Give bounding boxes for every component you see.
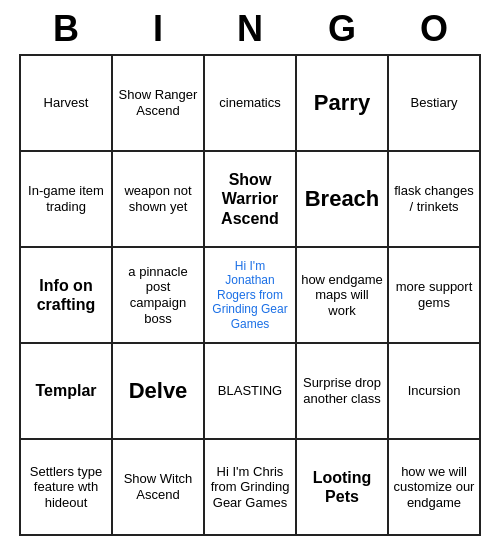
cell-2: cinematics: [205, 56, 297, 152]
cell-1: Show Ranger Ascend: [113, 56, 205, 152]
cell-5: In-game item trading: [21, 152, 113, 248]
cell-4: Bestiary: [389, 56, 481, 152]
cell-16: Delve: [113, 344, 205, 440]
cell-17: BLASTING: [205, 344, 297, 440]
letter-n: N: [204, 8, 296, 50]
letter-i: I: [112, 8, 204, 50]
cell-18: Surprise drop another class: [297, 344, 389, 440]
cell-15: Templar: [21, 344, 113, 440]
letter-g: G: [296, 8, 388, 50]
cell-21: Show Witch Ascend: [113, 440, 205, 536]
cell-0: Harvest: [21, 56, 113, 152]
cell-24: how we will customize our endgame: [389, 440, 481, 536]
cell-11: a pinnacle post campaign boss: [113, 248, 205, 344]
cell-19: Incursion: [389, 344, 481, 440]
cell-23: Looting Pets: [297, 440, 389, 536]
cell-13: how endgame maps will work: [297, 248, 389, 344]
cell-20: Settlers type feature wth hideout: [21, 440, 113, 536]
cell-3: Parry: [297, 56, 389, 152]
letter-b: B: [20, 8, 112, 50]
cell-7: Show Warrior Ascend: [205, 152, 297, 248]
cell-12: Hi I'm Jonathan Rogers from Grinding Gea…: [205, 248, 297, 344]
bingo-title: B I N G O: [20, 0, 480, 54]
cell-9: flask changes / trinkets: [389, 152, 481, 248]
cell-14: more support gems: [389, 248, 481, 344]
cell-6: weapon not shown yet: [113, 152, 205, 248]
bingo-grid: HarvestShow Ranger AscendcinematicsParry…: [19, 54, 481, 536]
cell-10: Info on crafting: [21, 248, 113, 344]
cell-8: Breach: [297, 152, 389, 248]
cell-22: Hi I'm Chris from Grinding Gear Games: [205, 440, 297, 536]
letter-o: O: [388, 8, 480, 50]
